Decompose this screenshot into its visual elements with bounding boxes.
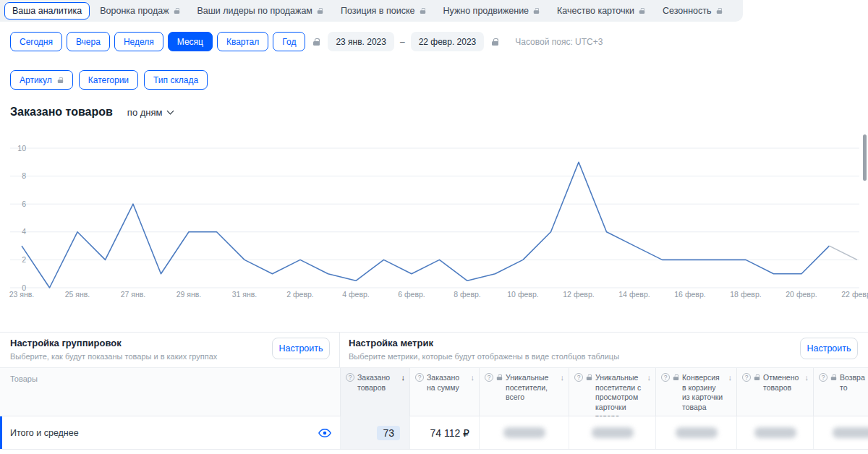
period-quarter-button[interactable]: Квартал bbox=[217, 32, 268, 51]
totals-locked-cell bbox=[736, 416, 813, 449]
svg-text:12 февр.: 12 февр. bbox=[563, 290, 594, 299]
lock-icon bbox=[673, 374, 678, 380]
help-icon[interactable] bbox=[574, 373, 583, 382]
sort-icon[interactable] bbox=[471, 373, 475, 382]
panel-subtitle: Выберите метрики, которые будут отображе… bbox=[349, 352, 619, 361]
chart-header: Заказано товаров по дням bbox=[10, 106, 173, 119]
tab-label: Сезонность bbox=[663, 6, 712, 16]
period-today-button[interactable]: Сегодня bbox=[10, 32, 62, 51]
svg-text:8: 8 bbox=[22, 171, 26, 180]
granularity-value: по дням bbox=[127, 107, 163, 118]
sort-icon[interactable] bbox=[647, 373, 652, 382]
svg-text:10 февр.: 10 февр. bbox=[507, 290, 538, 299]
analytics-tabbar: Ваша аналитика Воронка продаж Ваши лидер… bbox=[0, 0, 743, 22]
totals-ordered-amount-cell: 74 112 ₽ bbox=[409, 416, 479, 449]
totals-locked-cell bbox=[813, 416, 868, 449]
svg-text:29 янв.: 29 янв. bbox=[176, 290, 202, 299]
column-label: Уникальные посетители, всего bbox=[506, 373, 558, 403]
panel-title: Настройка группировок bbox=[10, 338, 217, 348]
totals-locked-cell bbox=[479, 416, 569, 449]
tab-card-quality[interactable]: Качество карточки bbox=[550, 2, 652, 20]
totals-locked-cell bbox=[655, 416, 736, 449]
vertical-scrollbar[interactable] bbox=[863, 134, 867, 181]
lock-icon bbox=[313, 38, 320, 46]
lock-icon bbox=[174, 8, 179, 14]
tab-label: Нужно продвижение bbox=[443, 6, 529, 16]
totals-locked-cell bbox=[569, 416, 655, 449]
svg-text:2: 2 bbox=[22, 255, 26, 264]
column-label: Заказано товаров bbox=[357, 373, 399, 393]
tab-your-analytics[interactable]: Ваша аналитика bbox=[4, 2, 90, 20]
filters-row: Артикул Категории Тип склада bbox=[10, 70, 208, 90]
panel-title: Настройка метрик bbox=[349, 338, 619, 348]
svg-text:2 февр.: 2 февр. bbox=[286, 290, 314, 299]
lock-icon bbox=[534, 8, 539, 14]
blurred-value bbox=[592, 427, 634, 438]
totals-row-products-cell: Итого и среднее bbox=[0, 416, 340, 449]
blurred-value bbox=[503, 427, 545, 438]
svg-text:23 янв.: 23 янв. bbox=[9, 290, 35, 299]
date-from-field[interactable]: 23 янв. 2023 bbox=[328, 32, 394, 51]
help-icon[interactable] bbox=[485, 373, 493, 382]
granularity-select[interactable]: по дням bbox=[127, 107, 174, 118]
svg-text:8 февр.: 8 февр. bbox=[454, 290, 481, 299]
period-year-button[interactable]: Год bbox=[273, 32, 305, 51]
lock-icon bbox=[492, 38, 498, 46]
date-to-field[interactable]: 22 февр. 2023 bbox=[411, 32, 485, 51]
svg-text:6: 6 bbox=[22, 200, 26, 208]
tab-label: Качество карточки bbox=[557, 6, 634, 16]
chevron-down-icon bbox=[167, 108, 174, 115]
filter-categories-button[interactable]: Категории bbox=[79, 70, 138, 90]
period-yesterday-button[interactable]: Вчера bbox=[67, 32, 110, 51]
help-icon[interactable] bbox=[415, 373, 424, 382]
tab-label: Ваша аналитика bbox=[12, 6, 82, 16]
configure-grouping-button[interactable]: Настроить bbox=[272, 338, 330, 359]
period-selector-row: Сегодня Вчера Неделя Месяц Квартал Год 2… bbox=[10, 32, 603, 51]
tab-sales-leaders[interactable]: Ваши лидеры по продажам bbox=[190, 2, 331, 20]
lock-icon bbox=[754, 374, 760, 380]
configure-metrics-button[interactable]: Настроить bbox=[800, 338, 858, 359]
blurred-value bbox=[754, 427, 796, 438]
svg-text:16 февр.: 16 февр. bbox=[674, 290, 705, 299]
svg-text:14 февр.: 14 февр. bbox=[618, 290, 650, 299]
filter-article-button[interactable]: Артикул bbox=[10, 70, 73, 90]
blurred-value bbox=[676, 427, 718, 438]
column-label: Возвра то bbox=[840, 373, 868, 393]
panel-divider bbox=[339, 332, 340, 367]
help-icon[interactable] bbox=[346, 373, 354, 382]
tab-label: Ваши лидеры по продажам bbox=[197, 6, 312, 16]
lock-icon bbox=[716, 8, 721, 14]
totals-row: Итого и среднее 73 74 112 ₽ bbox=[0, 416, 868, 450]
period-month-button[interactable]: Месяц bbox=[168, 32, 213, 51]
column-label: Уникальные посетители с просмотром карто… bbox=[595, 373, 644, 422]
sort-icon[interactable] bbox=[728, 373, 733, 382]
column-label: Отменено товаров bbox=[763, 373, 802, 393]
column-label: Заказано на сумму bbox=[427, 373, 468, 393]
period-week-button[interactable]: Неделя bbox=[114, 32, 163, 51]
eye-icon[interactable] bbox=[318, 428, 331, 438]
tab-needs-promotion[interactable]: Нужно продвижение bbox=[436, 2, 548, 20]
lock-icon bbox=[831, 374, 836, 380]
sort-icon[interactable] bbox=[805, 373, 809, 382]
help-icon[interactable] bbox=[661, 373, 670, 382]
ordered-amount-value: 74 112 ₽ bbox=[430, 427, 469, 439]
svg-text:22 февр.: 22 февр. bbox=[841, 290, 868, 299]
totals-row-label: Итого и среднее bbox=[10, 428, 79, 438]
chart-title: Заказано товаров bbox=[10, 106, 113, 119]
tab-label: Воронка продаж bbox=[100, 6, 169, 16]
filter-warehouse-type-button[interactable]: Тип склада bbox=[144, 70, 208, 90]
tab-seasonality[interactable]: Сезонность bbox=[655, 2, 730, 20]
filter-label: Категории bbox=[88, 75, 129, 85]
help-icon[interactable] bbox=[819, 373, 827, 382]
svg-text:4 февр.: 4 февр. bbox=[342, 290, 370, 299]
lock-icon bbox=[58, 77, 63, 82]
filter-label: Тип склада bbox=[153, 75, 198, 85]
seller-analytics-dashboard: Ваша аналитика Воронка продаж Ваши лидер… bbox=[0, 0, 868, 454]
sort-icon[interactable] bbox=[561, 373, 565, 382]
tab-search-position[interactable]: Позиция в поиске bbox=[333, 2, 433, 20]
tab-sales-funnel[interactable]: Воронка продаж bbox=[93, 2, 187, 20]
grouping-settings-panel: Настройка группировок Выберите, как буду… bbox=[10, 338, 217, 361]
lock-icon bbox=[420, 8, 425, 14]
sort-desc-icon[interactable] bbox=[401, 373, 406, 382]
help-icon[interactable] bbox=[742, 373, 751, 382]
